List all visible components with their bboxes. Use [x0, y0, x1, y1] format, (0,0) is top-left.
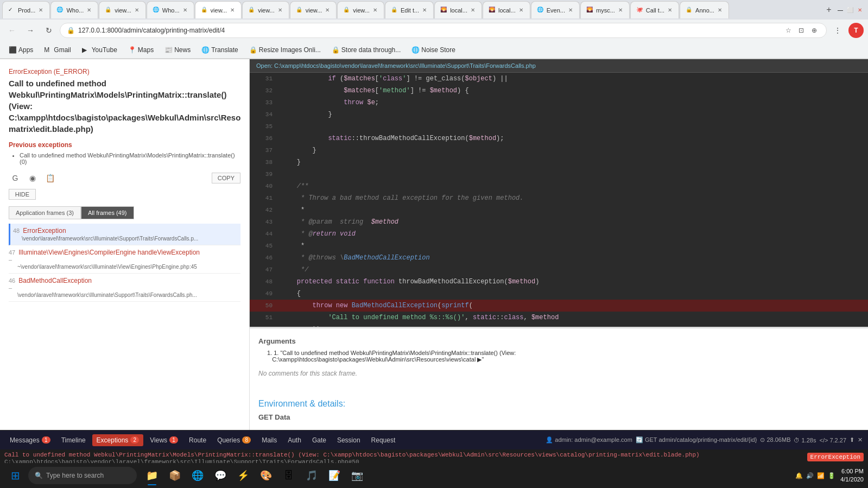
browser-tab[interactable]: 🔒view...✕	[195, 1, 242, 18]
debug-toolbar-item[interactable]: Request	[367, 434, 400, 446]
tab-close-button[interactable]: ✕	[617, 6, 624, 14]
minimize-button[interactable]: —	[837, 6, 844, 14]
browser-tab[interactable]: 🌄local...✕	[483, 1, 530, 18]
profile-button[interactable]: T	[848, 23, 864, 38]
frame-item[interactable]: 48ErrorException \vendor\laravel\framewo…	[9, 224, 240, 245]
maximize-button[interactable]: ⬜	[846, 6, 854, 14]
tab-title: Call t...	[646, 7, 664, 14]
close-button[interactable]: ✕	[856, 6, 864, 14]
browser-tab[interactable]: 🐙Call t...✕	[630, 1, 679, 18]
search-bar[interactable]: 🔍 Type here to search	[28, 467, 137, 484]
tab-close-button[interactable]: ✕	[470, 6, 476, 14]
browser-tab[interactable]: 🔒view...✕	[337, 1, 384, 18]
taskbar-app-icon[interactable]: 🌐	[187, 465, 208, 486]
debug-toolbar-item[interactable]: Gate	[308, 434, 331, 446]
battery-icon[interactable]: 🔋	[827, 471, 836, 480]
browser-tab[interactable]: ✓Prod...✕	[2, 1, 50, 18]
browser-tab[interactable]: 🔒view...✕	[242, 1, 289, 18]
code-line: 48 protected static function throwBadMet…	[250, 276, 868, 288]
taskbar-app-icon[interactable]: 💬	[210, 465, 231, 486]
debug-toolbar-item[interactable]: Route	[185, 434, 211, 446]
browser-tab[interactable]: 🔒Edit t...✕	[385, 1, 434, 18]
tab-close-button[interactable]: ✕	[518, 6, 524, 14]
back-button[interactable]: ←	[4, 23, 20, 38]
debug-toolbar-item[interactable]: Queries8	[213, 434, 255, 446]
start-button[interactable]: ⊞	[4, 465, 26, 486]
taskbar-app-icon[interactable]: 📷	[346, 465, 368, 486]
bookmark-item[interactable]: MGmail	[40, 45, 75, 55]
taskbar-app-icon[interactable]: 🎵	[301, 465, 322, 486]
bookmark-item[interactable]: 🌐Translate	[197, 45, 243, 55]
stackoverflow-button[interactable]: ◉	[26, 172, 39, 185]
browser-chrome: ✓Prod...✕🌐Who...✕🔒view...✕🌐Who...✕🔒view.…	[0, 0, 868, 59]
taskbar-app-icon[interactable]: 🗄	[278, 465, 300, 486]
volume-icon[interactable]: 🔊	[806, 471, 814, 480]
google-search-button[interactable]: G	[9, 172, 22, 185]
line-code-content: }	[277, 156, 868, 168]
tab-close-button[interactable]: ✕	[229, 6, 236, 14]
tab-close-button[interactable]: ✕	[134, 6, 140, 14]
browser-tab[interactable]: 🌄local...✕	[434, 1, 482, 18]
tab-close-button[interactable]: ✕	[86, 6, 92, 14]
frame-item[interactable]: 47Illuminate\View\Engines\CompilerEngine…	[9, 245, 240, 274]
user-info: 👤 admin: admin@example.com	[546, 436, 632, 443]
more-options-button[interactable]: ⋮	[830, 23, 845, 38]
reload-button[interactable]: ↻	[41, 23, 56, 38]
browser-tab[interactable]: 🌐Who...✕	[147, 1, 194, 18]
tab-close-button[interactable]: ✕	[567, 6, 574, 14]
network-icon[interactable]: 📶	[816, 471, 825, 480]
debug-toolbar-item[interactable]: Auth	[283, 434, 306, 446]
notifications-icon[interactable]: 🔔	[795, 471, 803, 480]
bookmark-item[interactable]: 🌐Noise Store	[407, 45, 460, 55]
debug-toolbar-item[interactable]: Views1	[145, 434, 182, 446]
extension-icon[interactable]: ⊕	[809, 25, 820, 36]
bookmark-item[interactable]: 🔒Store data through...	[327, 45, 405, 55]
bookmark-item[interactable]: 📍Maps	[124, 45, 158, 55]
hide-button[interactable]: HIDE	[9, 189, 36, 200]
address-input[interactable]: 🔒 127.0.0.1:8000/admin/catalog/printing-…	[60, 23, 827, 38]
browser-tab[interactable]: 🔒view...✕	[290, 1, 337, 18]
tab-close-button[interactable]: ✕	[182, 6, 188, 14]
all-frames-button[interactable]: All frames (49)	[81, 206, 134, 219]
forward-button[interactable]: →	[23, 23, 38, 38]
frame-item[interactable]: 46BadMethodCallException – \vendor\larav…	[9, 274, 240, 302]
arguments-list: 1. 1. "Call to undefined method Webkul\P…	[258, 350, 859, 363]
line-number: 37	[250, 144, 277, 156]
tab-close-button[interactable]: ✕	[717, 6, 723, 14]
bookmark-item[interactable]: ⬛Apps	[4, 45, 37, 55]
debug-toolbar-item[interactable]: Messages1	[5, 434, 55, 446]
screenshare-icon[interactable]: ⊡	[796, 25, 807, 36]
new-tab-button[interactable]: +	[821, 2, 837, 17]
bookmark-item[interactable]: 🔒Resize Images Onli...	[245, 45, 325, 55]
taskbar-app-icon[interactable]: 🎨	[255, 465, 277, 486]
tab-close-button[interactable]: ✕	[667, 6, 673, 14]
taskbar-app-icon[interactable]: 📁	[141, 465, 163, 486]
bookmark-item[interactable]: ▶YouTube	[78, 45, 122, 55]
bookmark-star-icon[interactable]: ☆	[783, 25, 794, 36]
browser-tab[interactable]: 🌐Who...✕	[50, 1, 98, 18]
tab-close-button[interactable]: ✕	[421, 6, 428, 14]
debug-toolbar-item[interactable]: Session	[333, 434, 365, 446]
close-toolbar-button[interactable]: ✕	[858, 436, 863, 443]
copy-button[interactable]: COPY	[212, 173, 240, 183]
expand-button[interactable]: ⬆	[850, 436, 854, 443]
code-area[interactable]: 31 if ($matches['class'] != get_class($o…	[250, 73, 868, 327]
browser-tab[interactable]: 🔒view...✕	[99, 1, 146, 18]
debug-toolbar-item[interactable]: Timeline	[57, 434, 90, 446]
debug-toolbar-item[interactable]: Mails	[257, 434, 281, 446]
taskbar-app-icon[interactable]: 📦	[164, 465, 186, 486]
tab-close-button[interactable]: ✕	[37, 6, 44, 14]
browser-tab[interactable]: 🌐Even...✕	[531, 1, 580, 18]
tab-close-button[interactable]: ✕	[324, 6, 331, 14]
browser-tab[interactable]: 🌄mysc...✕	[580, 1, 630, 18]
browser-tab[interactable]: 🔒Anno...✕	[680, 1, 729, 18]
debug-toolbar-item[interactable]: Exceptions2	[92, 434, 144, 446]
bookmark-item[interactable]: 📰News	[160, 45, 195, 55]
tab-close-button[interactable]: ✕	[277, 6, 283, 14]
tab-close-button[interactable]: ✕	[372, 6, 378, 14]
taskbar-app-icon[interactable]: 📝	[324, 465, 345, 486]
app-frames-button[interactable]: Application frames (3)	[9, 206, 81, 219]
debug-badge: 8	[242, 436, 251, 443]
copy-icon-button[interactable]: 📋	[43, 172, 56, 185]
taskbar-app-icon[interactable]: ⚡	[232, 465, 254, 486]
